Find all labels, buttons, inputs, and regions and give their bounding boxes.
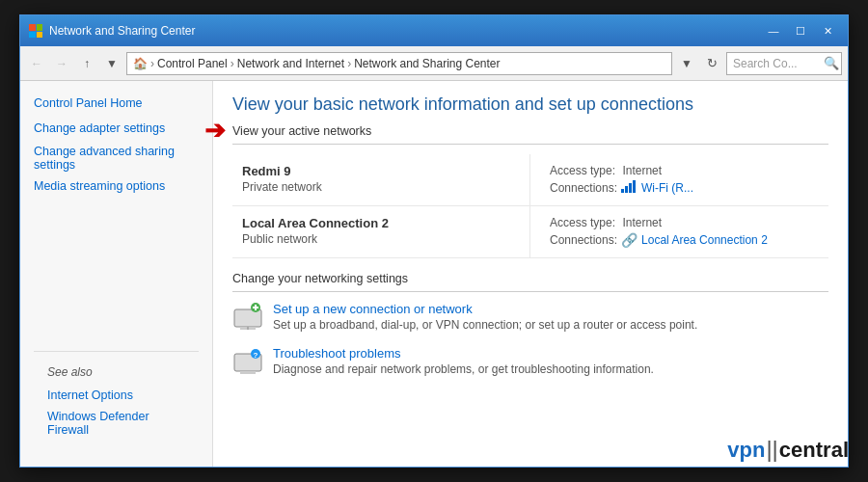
- action-item-troubleshoot: ? Troubleshoot problems Diagnose and rep…: [232, 346, 828, 377]
- action-text-troubleshoot: Troubleshoot problems Diagnose and repai…: [273, 346, 654, 376]
- see-also-label: See also: [34, 360, 199, 385]
- address-path[interactable]: 🏠 › Control Panel › Network and Internet…: [126, 52, 672, 75]
- search-input[interactable]: [733, 57, 820, 70]
- action-title-new-connection[interactable]: Set up a new connection or network: [273, 302, 473, 316]
- svg-rect-0: [234, 309, 261, 327]
- active-networks-divider: [232, 144, 828, 145]
- window-icon: [28, 23, 43, 39]
- network-name-1: Redmi 9: [242, 164, 520, 178]
- path-sep-3: ›: [347, 57, 351, 70]
- path-segment-2[interactable]: Control Panel: [157, 57, 228, 70]
- access-type-label-2: Access type: Internet: [550, 216, 819, 229]
- connections-label-1: Connections:: [550, 181, 617, 195]
- vpn-text: vpn: [727, 438, 765, 462]
- networking-settings-header: Change your networking settings: [232, 272, 828, 285]
- sidebar-item-internet-options[interactable]: Internet Options: [34, 385, 199, 406]
- vpn-logo: vpn||central: [727, 436, 849, 463]
- dropdown-button[interactable]: ▼: [676, 53, 697, 74]
- recent-locations-button[interactable]: ▼: [101, 53, 122, 74]
- network-item-redmi9: Redmi 9 Private network: [232, 154, 530, 206]
- connection-link-1[interactable]: Wi-Fi (R...: [641, 181, 693, 195]
- action-text-new-connection: Set up a new connection or network Set u…: [273, 302, 697, 332]
- access-type-label-1: Access type: Internet: [550, 164, 819, 177]
- troubleshoot-icon: ?: [232, 346, 263, 377]
- ethernet-icon: 🔗: [621, 232, 637, 248]
- window-title: Network and Sharing Center: [49, 24, 761, 38]
- networking-settings-divider: [232, 291, 828, 292]
- connections-row-2: Connections: 🔗 Local Area Connection 2: [550, 232, 819, 248]
- access-type-text-1: Access type:: [550, 164, 615, 177]
- path-sep-2: ›: [231, 57, 234, 70]
- network-name-2: Local Area Connection 2: [242, 216, 520, 230]
- sidebar-item-control-panel-home[interactable]: Control Panel Home: [20, 93, 212, 114]
- path-segment-1[interactable]: 🏠: [133, 57, 148, 70]
- title-bar: Network and Sharing Center — ☐ ✕: [20, 15, 848, 46]
- connection-link-2[interactable]: Local Area Connection 2: [641, 233, 768, 247]
- sidebar-item-media-streaming[interactable]: Media streaming options: [20, 175, 212, 197]
- minimize-button[interactable]: —: [761, 21, 786, 40]
- content-area: View your basic network information and …: [213, 81, 848, 467]
- up-button[interactable]: ↑: [76, 53, 97, 74]
- back-button[interactable]: ←: [26, 53, 47, 74]
- network-item-lan2: Local Area Connection 2 Public network: [232, 206, 530, 258]
- central-text: central: [779, 438, 849, 462]
- network-access-redmi9: Access type: Internet Connections:: [530, 154, 828, 206]
- networks-grid: Redmi 9 Private network Access type: Int…: [232, 154, 828, 258]
- forward-button[interactable]: →: [51, 53, 72, 74]
- new-connection-icon: [232, 302, 263, 333]
- action-desc-new-connection: Set up a broadband, dial-up, or VPN conn…: [273, 318, 697, 332]
- action-desc-troubleshoot: Diagnose and repair network problems, or…: [273, 362, 654, 376]
- access-type-value-2: Internet: [622, 216, 662, 229]
- wifi-icon: [621, 180, 637, 196]
- action-title-troubleshoot[interactable]: Troubleshoot problems: [273, 346, 400, 361]
- action-item-new-connection: Set up a new connection or network Set u…: [232, 302, 828, 333]
- close-button[interactable]: ✕: [815, 21, 840, 40]
- networking-settings-section: Change your networking settings: [232, 272, 828, 377]
- svg-text:?: ?: [254, 351, 258, 360]
- connections-row-1: Connections: Wi-Fi (R...: [550, 180, 819, 196]
- network-access-lan2: Access type: Internet Connections: 🔗 Loc…: [530, 206, 828, 258]
- red-arrow-indicator: ➔: [204, 116, 226, 146]
- sidebar: Control Panel Home Change adapter settin…: [20, 81, 213, 467]
- search-icon: 🔍: [824, 56, 839, 70]
- refresh-button[interactable]: ↻: [701, 53, 722, 74]
- search-box[interactable]: 🔍: [726, 52, 842, 75]
- signal-bars: [621, 181, 636, 193]
- address-bar: ← → ↑ ▼ 🏠 › Control Panel › Network and …: [20, 46, 848, 81]
- access-type-text-2: Access type:: [550, 216, 615, 229]
- path-segment-3[interactable]: Network and Internet: [237, 57, 344, 70]
- path-sep-1: ›: [150, 57, 154, 70]
- sidebar-item-change-adapter[interactable]: Change adapter settings: [20, 118, 212, 139]
- sidebar-item-change-advanced[interactable]: Change advanced sharing settings: [20, 141, 212, 175]
- sidebar-item-defender-firewall[interactable]: Windows Defender Firewall: [34, 406, 199, 441]
- path-segment-4[interactable]: Network and Sharing Center: [354, 57, 500, 70]
- vpn-separator: ||: [766, 436, 777, 462]
- main-area: Control Panel Home Change adapter settin…: [20, 81, 848, 467]
- active-networks-header: View your active networks: [232, 124, 828, 138]
- network-type-2: Public network: [242, 232, 520, 246]
- window-controls: — ☐ ✕: [761, 21, 840, 40]
- access-type-value-1: Internet: [622, 164, 662, 177]
- connections-label-2: Connections:: [550, 233, 617, 247]
- network-type-1: Private network: [242, 180, 520, 194]
- page-title: View your basic network information and …: [232, 94, 828, 115]
- maximize-button[interactable]: ☐: [788, 21, 813, 40]
- address-right-controls: ▼ ↻: [676, 53, 722, 74]
- svg-rect-7: [240, 371, 256, 374]
